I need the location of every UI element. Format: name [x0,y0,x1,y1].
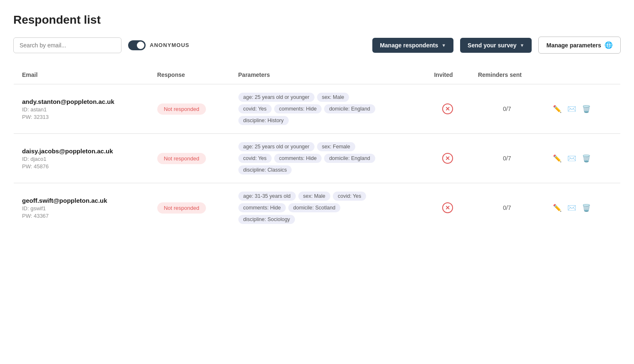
table-header-row: Email Response Parameters Invited Remind… [14,66,621,84]
invited-cell: ✕ [426,84,469,134]
not-invited-icon: ✕ [442,103,453,114]
email-cell: geoff.swift@poppleton.ac.uk ID: gswif1 P… [14,183,149,233]
respondent-id: ID: gswif1 [22,205,141,212]
email-address: andy.stanton@poppleton.ac.uk [22,98,141,105]
globe-icon: 🌐 [604,41,613,49]
invited-cell: ✕ [426,183,469,233]
respondent-id: ID: djaco1 [22,156,141,162]
response-cell: Not responded [149,183,230,233]
chevron-down-icon: ▼ [441,43,446,48]
table-row: andy.stanton@poppleton.ac.uk ID: astan1 … [14,84,621,134]
respondent-pw: PW: 32313 [22,114,141,120]
param-tag: domicile: England [324,154,375,163]
actions-cell: ✏️ ✉️ 🗑️ [545,183,621,233]
delete-icon[interactable]: 🗑️ [582,154,591,163]
table-row: geoff.swift@poppleton.ac.uk ID: gswif1 P… [14,183,621,233]
not-invited-icon: ✕ [442,202,453,213]
param-tag: comments: Hide [274,154,322,163]
table-row: daisy.jacobs@poppleton.ac.uk ID: djaco1 … [14,134,621,183]
edit-icon[interactable]: ✏️ [553,105,562,113]
email-icon[interactable]: ✉️ [567,154,576,163]
edit-icon[interactable]: ✏️ [553,154,562,163]
search-input[interactable] [13,37,121,53]
not-responded-badge: Not responded [157,103,206,115]
respondent-pw: PW: 45876 [22,163,141,170]
param-tag: discipline: Classics [238,165,292,175]
edit-icon[interactable]: ✏️ [553,204,562,212]
parameters-cell: age: 31-35 years oldsex: Malecovid: Yesc… [230,183,426,233]
param-tag: sex: Male [298,192,331,201]
respondent-table: Email Response Parameters Invited Remind… [13,65,621,233]
col-parameters: Parameters [230,66,426,84]
not-responded-badge: Not responded [157,202,206,214]
param-tag: covid: Yes [333,192,366,201]
delete-icon[interactable]: 🗑️ [582,105,591,113]
parameters-cell: age: 25 years old or youngersex: Femalec… [230,134,426,183]
email-cell: daisy.jacobs@poppleton.ac.uk ID: djaco1 … [14,134,149,183]
param-tag: domicile: Scotland [288,203,340,212]
param-tag: discipline: Sociology [238,215,295,224]
col-actions [545,66,621,84]
email-address: daisy.jacobs@poppleton.ac.uk [22,148,141,155]
parameters-cell: age: 25 years old or youngersex: Malecov… [230,84,426,134]
page-title: Respondent list [13,13,621,27]
param-tag: sex: Male [317,93,349,102]
email-icon[interactable]: ✉️ [567,204,576,212]
param-tag: discipline: History [238,116,289,125]
param-tag: comments: Hide [274,104,322,113]
reminders-cell: 0/7 [470,84,545,134]
manage-parameters-button[interactable]: Manage parameters 🌐 [538,37,621,54]
param-tag: age: 25 years old or younger [238,142,315,151]
anonymous-label: ANONYMOUS [150,42,189,48]
email-cell: andy.stanton@poppleton.ac.uk ID: astan1 … [14,84,149,134]
param-tag: covid: Yes [238,104,272,113]
response-cell: Not responded [149,84,230,134]
delete-icon[interactable]: 🗑️ [582,204,591,212]
actions-cell: ✏️ ✉️ 🗑️ [545,134,621,183]
respondent-pw: PW: 43367 [22,213,141,219]
reminders-cell: 0/7 [470,183,545,233]
anonymous-toggle[interactable] [128,40,146,50]
param-tag: sex: Female [317,142,355,151]
param-tag: age: 25 years old or younger [238,93,315,102]
param-tag: comments: Hide [238,203,286,212]
param-tag: age: 31-35 years old [238,192,296,201]
actions-cell: ✏️ ✉️ 🗑️ [545,84,621,134]
send-survey-button[interactable]: Send your survey ▼ [460,38,532,53]
anonymous-toggle-group: ANONYMOUS [128,40,189,50]
param-tag: covid: Yes [238,154,272,163]
col-reminders: Reminders sent [470,66,545,84]
response-cell: Not responded [149,134,230,183]
not-invited-icon: ✕ [442,153,453,164]
chevron-down-icon: ▼ [520,43,525,48]
email-address: geoff.swift@poppleton.ac.uk [22,197,141,204]
reminders-cell: 0/7 [470,134,545,183]
col-invited: Invited [426,66,469,84]
param-tag: domicile: England [324,104,375,113]
toolbar: ANONYMOUS Manage respondents ▼ Send your… [13,37,621,54]
respondent-id: ID: astan1 [22,106,141,113]
col-email: Email [14,66,149,84]
col-response: Response [149,66,230,84]
manage-respondents-button[interactable]: Manage respondents ▼ [372,38,453,53]
not-responded-badge: Not responded [157,153,206,164]
invited-cell: ✕ [426,134,469,183]
email-icon[interactable]: ✉️ [567,105,576,113]
